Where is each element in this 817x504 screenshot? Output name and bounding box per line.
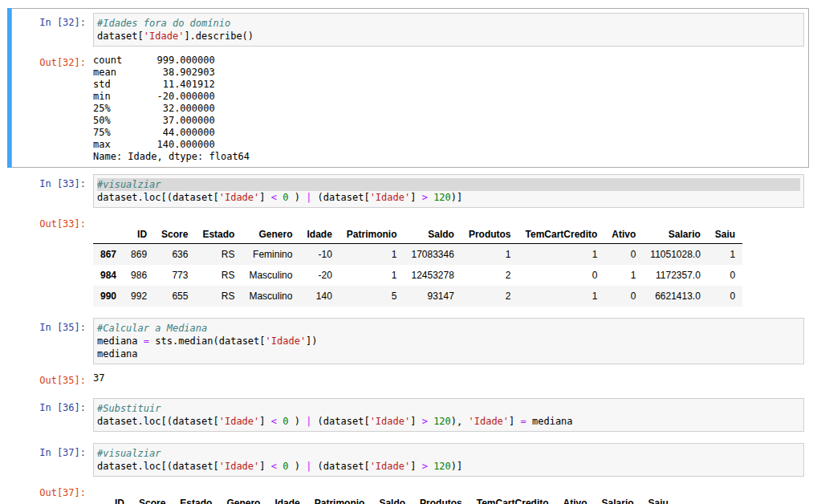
table-header-cell: ID <box>108 494 132 504</box>
table-data-cell: 1 <box>518 286 605 307</box>
code-token-tx: ), <box>451 416 469 427</box>
table-data-cell: 17083346 <box>404 244 461 266</box>
table-row: 984986773RSMasculino-2011245327820111723… <box>93 265 742 286</box>
table-index-header <box>93 226 124 244</box>
output-row: Out[35]:37 <box>16 371 804 387</box>
table-data-cell: 5 <box>339 286 404 307</box>
output-prompt: Out[35]: <box>16 371 93 387</box>
code-line: dataset.loc[(dataset['Idade'] < 0 ) | (d… <box>97 415 800 428</box>
table-data-cell: 992 <box>124 286 154 307</box>
code-token-op: = <box>521 416 526 427</box>
code-editor[interactable]: #visualziardataset.loc[(dataset['Idade']… <box>93 443 804 477</box>
table-data-cell: 869 <box>124 244 154 266</box>
table-data-cell: 0 <box>708 265 742 286</box>
table-header-row: IDScoreEstadoGeneroIdadePatrimonioSaldoP… <box>93 494 676 504</box>
table-header-cell: Score <box>132 494 173 504</box>
notebook: In [32]:#Idades fora do domíniodataset['… <box>0 0 817 504</box>
code-token-tx: ].describe() <box>184 30 254 42</box>
table-data-cell: 636 <box>154 244 195 266</box>
code-token-tx: ) <box>288 461 306 472</box>
code-token-tx: mediana <box>97 335 144 347</box>
code-token-tx: ] <box>509 416 520 427</box>
table-data-cell: Feminino <box>242 244 299 266</box>
table-header-cell: TemCartCredito <box>469 494 556 504</box>
input-row: In [37]:#visualziardataset.loc[(dataset[… <box>16 443 804 477</box>
table-header-cell: Saldo <box>404 226 461 244</box>
table-data-cell: Masculino <box>242 265 299 286</box>
table-data-cell: 773 <box>154 265 195 286</box>
input-row: In [36]:#Substituirdataset.loc[(dataset[… <box>16 398 804 432</box>
code-token-op: > <box>422 461 428 472</box>
code-cell[interactable]: In [32]:#Idades fora do domíniodataset['… <box>11 8 809 168</box>
table-data-cell: 0 <box>604 286 643 307</box>
input-prompt: In [36]: <box>16 398 93 414</box>
code-editor[interactable]: #visualziardataset.loc[(dataset['Idade']… <box>93 174 804 208</box>
code-cell[interactable]: In [36]:#Substituirdataset.loc[(dataset[… <box>11 393 809 437</box>
table-header-cell: Saiu <box>641 494 676 504</box>
code-token-tx: ) <box>288 416 306 427</box>
code-token-tx: dataset.loc[(dataset[ <box>97 461 219 472</box>
table-data-cell: 12453278 <box>404 265 461 286</box>
code-line: mediana = sts.median(dataset['Idade']) <box>97 335 800 348</box>
table-index-cell: 984 <box>93 265 124 286</box>
input-prompt: In [35]: <box>16 318 93 334</box>
table-row: 867869636RSFeminino-10117083346110110510… <box>93 244 742 266</box>
code-token-st: 'Idade' <box>144 30 185 42</box>
output-row: Out[37]:IDScoreEstadoGeneroIdadePatrimon… <box>16 483 804 504</box>
table-data-cell: Masculino <box>242 286 299 307</box>
code-token-cm: #visualziar <box>97 179 161 190</box>
code-token-st: 'Idade' <box>219 461 260 472</box>
code-token-tx: sts.median(dataset[ <box>149 335 266 347</box>
table-data-cell: 0 <box>518 265 605 286</box>
table-data-cell: 6621413.0 <box>643 286 708 307</box>
table-header-row: IDScoreEstadoGeneroIdadePatrimonioSaldoP… <box>93 226 742 244</box>
code-token-tx: ] <box>410 461 421 472</box>
code-cell[interactable]: In [35]:#Calcular a Medianamediana = sts… <box>11 313 809 392</box>
table-data-cell: 2 <box>461 286 518 307</box>
code-cell[interactable]: In [37]:#visualziardataset.loc[(dataset[… <box>11 438 809 504</box>
code-token-cm: #Substituir <box>97 403 161 414</box>
code-editor[interactable]: #Substituirdataset.loc[(dataset['Idade']… <box>93 398 804 432</box>
table-data-cell: 11051028.0 <box>643 244 708 266</box>
code-token-st: 'Idade' <box>370 416 411 427</box>
table-header-cell: Estado <box>195 226 242 244</box>
code-token-tx: (dataset[ <box>311 192 369 203</box>
table-header-cell: Patrimonio <box>339 226 404 244</box>
table-data-cell: 1 <box>339 265 404 286</box>
code-token-op: > <box>422 192 428 203</box>
code-token-st: 'Idade' <box>370 192 411 203</box>
code-line: #Calcular a Mediana <box>97 322 800 335</box>
code-editor[interactable]: #Idades fora do domíniodataset['Idade'].… <box>93 13 804 47</box>
dataframe-table: IDScoreEstadoGeneroIdadePatrimonioSaldoP… <box>93 494 676 504</box>
table-data-cell: 1 <box>518 244 605 266</box>
code-token-st: 'Idade' <box>266 335 307 347</box>
output-area: IDScoreEstadoGeneroIdadePatrimonioSaldoP… <box>93 483 804 504</box>
table-header-cell: ID <box>124 226 154 244</box>
dataframe-table: IDScoreEstadoGeneroIdadePatrimonioSaldoP… <box>93 226 742 307</box>
output-area: count 999.000000 mean 38.902903 std 11.4… <box>93 53 804 163</box>
table-data-cell: 93147 <box>404 286 461 307</box>
table-header-cell: TemCartCredito <box>518 226 605 244</box>
code-token-tx: mediana <box>526 416 573 427</box>
output-text: count 999.000000 mean 38.902903 std 11.4… <box>93 53 804 163</box>
table-index-cell: 867 <box>93 244 124 266</box>
table-row: 990992655RSMasculino1405931472106621413.… <box>93 286 742 307</box>
input-row: In [35]:#Calcular a Medianamediana = sts… <box>16 318 804 364</box>
output-area: 37 <box>93 371 804 384</box>
table-header-cell: Ativo <box>556 494 595 504</box>
code-token-tx: ] <box>410 416 421 427</box>
code-token-st: 'Idade' <box>469 416 510 427</box>
code-cell[interactable]: In [33]:#visualziardataset.loc[(dataset[… <box>11 169 809 311</box>
table-data-cell: 986 <box>124 265 154 286</box>
code-token-nm: 120 <box>433 416 451 427</box>
code-token-tx: ] <box>259 461 270 472</box>
table-data-cell: 1172357.0 <box>643 265 708 286</box>
code-token-tx: (dataset[ <box>311 461 369 472</box>
table-data-cell: 1 <box>461 244 518 266</box>
table-data-cell: 1 <box>708 244 742 266</box>
code-editor[interactable]: #Calcular a Medianamediana = sts.median(… <box>93 318 804 364</box>
code-token-tx: dataset.loc[(dataset[ <box>97 416 219 427</box>
code-line: #visualziar <box>97 447 800 460</box>
table-index-header <box>93 494 108 504</box>
table-data-cell: 140 <box>299 286 339 307</box>
